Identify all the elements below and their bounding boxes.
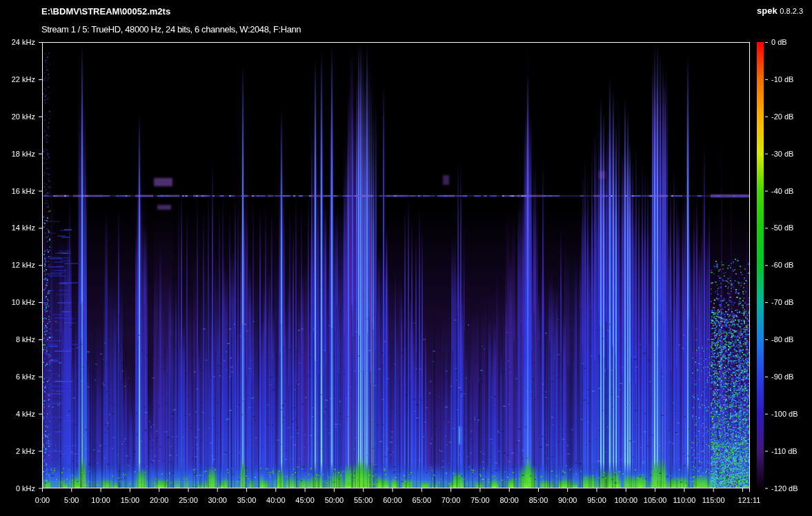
svg-text:-50 dB: -50 dB xyxy=(771,224,793,232)
svg-text:90:00: 90:00 xyxy=(558,496,577,504)
svg-text:-10 dB: -10 dB xyxy=(771,75,793,83)
svg-text:Stream 1 / 5: TrueHD, 48000 Hz: Stream 1 / 5: TrueHD, 48000 Hz, 24 bits,… xyxy=(41,24,301,34)
svg-text:E:\BDMV\STREAM\00052.m2ts: E:\BDMV\STREAM\00052.m2ts xyxy=(41,6,170,17)
svg-text:22 kHz: 22 kHz xyxy=(12,75,35,83)
svg-text:20 kHz: 20 kHz xyxy=(12,112,35,121)
svg-text:115:00: 115:00 xyxy=(702,496,725,504)
svg-text:15:00: 15:00 xyxy=(121,496,140,504)
svg-text:16 kHz: 16 kHz xyxy=(12,187,35,195)
svg-text:50:00: 50:00 xyxy=(325,496,344,504)
svg-text:6 kHz: 6 kHz xyxy=(16,373,35,381)
svg-text:18 kHz: 18 kHz xyxy=(12,150,35,158)
svg-text:80:00: 80:00 xyxy=(499,496,519,504)
svg-text:25:00: 25:00 xyxy=(179,496,198,504)
svg-text:-30 dB: -30 dB xyxy=(771,150,793,158)
svg-text:20:00: 20:00 xyxy=(150,496,169,504)
svg-text:8 kHz: 8 kHz xyxy=(16,335,35,344)
svg-text:4 kHz: 4 kHz xyxy=(16,410,35,418)
svg-text:65:00: 65:00 xyxy=(413,496,432,504)
svg-text:10 kHz: 10 kHz xyxy=(12,298,35,306)
svg-text:35:00: 35:00 xyxy=(237,496,257,504)
svg-text:spek 0.8.2.3: spek 0.8.2.3 xyxy=(757,6,803,16)
svg-text:12 kHz: 12 kHz xyxy=(12,261,35,269)
svg-text:0:00: 0:00 xyxy=(35,496,50,504)
svg-text:10:00: 10:00 xyxy=(91,496,110,504)
svg-text:24 kHz: 24 kHz xyxy=(12,38,35,46)
svg-text:75:00: 75:00 xyxy=(471,496,490,504)
svg-text:0 kHz: 0 kHz xyxy=(16,484,35,493)
svg-text:-70 dB: -70 dB xyxy=(771,298,793,306)
svg-text:85:00: 85:00 xyxy=(529,496,548,504)
svg-text:14 kHz: 14 kHz xyxy=(12,224,35,232)
svg-text:60:00: 60:00 xyxy=(383,496,402,504)
svg-text:121:11: 121:11 xyxy=(738,496,761,504)
svg-text:2 kHz: 2 kHz xyxy=(16,447,35,455)
svg-text:70:00: 70:00 xyxy=(442,496,461,504)
svg-text:-80 dB: -80 dB xyxy=(771,335,793,344)
svg-text:100:00: 100:00 xyxy=(614,496,637,504)
svg-text:0 dB: 0 dB xyxy=(771,38,787,46)
svg-text:105:00: 105:00 xyxy=(644,496,667,504)
svg-text:40:00: 40:00 xyxy=(266,496,286,504)
svg-text:-40 dB: -40 dB xyxy=(771,187,793,195)
svg-text:5:00: 5:00 xyxy=(64,496,79,504)
svg-text:-60 dB: -60 dB xyxy=(771,261,793,269)
svg-text:110:00: 110:00 xyxy=(673,496,695,504)
svg-text:-90 dB: -90 dB xyxy=(771,373,793,381)
svg-text:-110 dB: -110 dB xyxy=(771,447,798,455)
svg-text:45:00: 45:00 xyxy=(295,496,315,504)
svg-text:-20 dB: -20 dB xyxy=(771,112,793,121)
svg-text:-120 dB: -120 dB xyxy=(771,484,798,493)
svg-text:-100 dB: -100 dB xyxy=(771,410,798,418)
svg-text:30:00: 30:00 xyxy=(208,496,227,504)
svg-text:55:00: 55:00 xyxy=(354,496,373,504)
svg-text:95:00: 95:00 xyxy=(587,496,606,504)
